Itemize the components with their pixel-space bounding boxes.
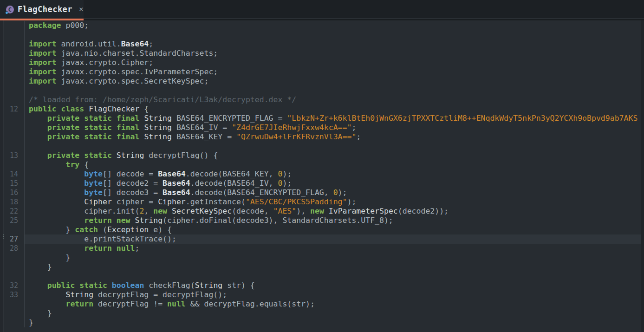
code-text[interactable]: return new String(cipher.doFinal(decode3…	[25, 216, 644, 225]
code-token: }	[29, 309, 52, 318]
code-token: return null	[84, 244, 135, 253]
code-text[interactable]: import javax.crypto.spec.IvParameterSpec…	[25, 67, 644, 77]
code-line[interactable]: 12public class FlagChecker {	[0, 104, 644, 114]
code-line[interactable]: import javax.crypto.spec.IvParameterSpec…	[0, 67, 644, 77]
code-editor: ⋮ package p000;import android.util.Base6…	[0, 20, 644, 332]
code-text[interactable]: Cipher cipher = Cipher.getInstance("AES/…	[25, 197, 644, 207]
code-text[interactable]: String decryptFlag = decryptFlag();	[25, 290, 644, 299]
code-token	[29, 151, 47, 160]
code-text[interactable]: private static final String BASE64_IV = …	[25, 123, 644, 132]
code-token	[29, 123, 47, 132]
code-line[interactable]: } catch (Exception e) {	[0, 225, 644, 234]
code-token: boolean	[112, 281, 144, 290]
code-token	[29, 290, 65, 299]
code-line[interactable]	[0, 86, 644, 95]
code-text[interactable]: /* loaded from: /home/zeph/Scaricati/L3a…	[25, 95, 644, 104]
code-token: String	[195, 281, 223, 290]
code-line[interactable]: import javax.crypto.Cipher;	[0, 58, 644, 67]
code-text[interactable]: import javax.crypto.Cipher;	[25, 58, 644, 67]
tab-flagchecker[interactable]: C FlagChecker ×	[0, 0, 84, 19]
code-line[interactable]: 32 public static boolean checkFlag(Strin…	[0, 281, 644, 290]
code-text[interactable]: import javax.crypto.spec.SecretKeySpec;	[25, 77, 644, 86]
code-token	[29, 216, 84, 225]
code-text[interactable]: return null;	[25, 244, 644, 253]
code-line[interactable]	[0, 142, 644, 151]
code-line[interactable]: 13 private static String decryptFlag() {	[0, 151, 644, 160]
code-line[interactable]: private static final String BASE64_ENCRY…	[0, 114, 644, 123]
code-line[interactable]: 18 Cipher cipher = Cipher.getInstance("A…	[0, 197, 644, 207]
code-token: "Z4drGE7JIeRhwjFxxw4kcA=="	[232, 123, 351, 132]
code-text[interactable]: e.printStackTrace();	[25, 234, 644, 244]
code-text[interactable]: private static final String BASE64_KEY =…	[25, 132, 644, 142]
code-text[interactable]: private static final String BASE64_ENCRY…	[25, 114, 644, 123]
code-token: String	[144, 132, 172, 141]
code-line[interactable]: }	[0, 318, 644, 327]
code-text[interactable]	[25, 272, 644, 281]
code-line[interactable]: try {	[0, 160, 644, 169]
code-line[interactable]: 16 byte[] decode3 = Base64.decode(BASE64…	[0, 188, 644, 197]
code-line[interactable]: 25 return new String(cipher.doFinal(deco…	[0, 216, 644, 225]
code-token: SecretKeySpec	[172, 207, 232, 215]
code-text[interactable]: private static String decryptFlag() {	[25, 151, 644, 160]
code-line[interactable]: package p000;	[0, 21, 644, 30]
code-text[interactable]: byte[] decode2 = Base64.decode(BASE64_IV…	[25, 179, 644, 188]
code-line[interactable]: 28 return null;	[0, 244, 644, 253]
code-text[interactable]: try {	[25, 160, 644, 169]
code-token	[29, 197, 84, 206]
code-token: e) {	[149, 225, 172, 234]
vertical-scrollbar[interactable]	[641, 20, 644, 332]
code-text[interactable]: byte[] decode3 = Base64.decode(BASE64_EN…	[25, 188, 644, 197]
code-token	[29, 132, 47, 141]
code-token: [] decode =	[103, 169, 158, 178]
code-text[interactable]: }	[25, 318, 644, 327]
code-text[interactable]: cipher.init(2, new SecretKeySpec(decode,…	[25, 207, 644, 216]
code-line[interactable]: 33 String decryptFlag = decryptFlag();	[0, 290, 644, 299]
code-token: );	[338, 188, 347, 197]
code-text[interactable]	[25, 86, 644, 95]
code-text[interactable]: }	[25, 309, 644, 318]
code-text[interactable]: import java.nio.charset.StandardCharsets…	[25, 49, 644, 58]
code-token: Cipher	[84, 197, 112, 206]
code-text[interactable]: public class FlagChecker {	[25, 104, 644, 114]
code-line[interactable]: }	[0, 262, 644, 272]
code-line[interactable]: return decryptFlag != null && decryptFla…	[0, 299, 644, 309]
code-line[interactable]: }	[0, 253, 644, 262]
code-token: (decode,	[232, 207, 273, 215]
tab-close-icon[interactable]: ×	[79, 6, 84, 13]
code-text[interactable]: return decryptFlag != null && decryptFla…	[25, 299, 644, 309]
code-line[interactable]: /* loaded from: /home/zeph/Scaricati/L3a…	[0, 95, 644, 104]
code-token: }	[29, 262, 52, 271]
code-line[interactable]: import javax.crypto.spec.SecretKeySpec;	[0, 77, 644, 86]
code-text[interactable]: byte[] decode = Base64.decode(BASE64_KEY…	[25, 169, 644, 179]
code-token: import	[29, 67, 57, 76]
code-token: javax.crypto.spec.IvParameterSpec;	[57, 67, 218, 76]
code-token: {	[139, 104, 149, 113]
code-line[interactable]	[0, 30, 644, 39]
code-line[interactable]: }	[0, 309, 644, 318]
code-line[interactable]: 27 e.printStackTrace();	[0, 234, 644, 244]
code-text[interactable]: }	[25, 253, 644, 262]
code-line[interactable]: 14 byte[] decode = Base64.decode(BASE64_…	[0, 169, 644, 179]
code-text[interactable]	[25, 30, 644, 39]
code-token: ;	[351, 123, 356, 132]
code-token: Base64	[163, 179, 190, 188]
code-text[interactable]: import android.util.Base64;	[25, 39, 644, 49]
code-token: Exception	[107, 225, 149, 234]
code-text[interactable]: public static boolean checkFlag(String s…	[25, 281, 644, 290]
code-text[interactable]: package p000;	[25, 21, 644, 30]
code-line[interactable]: 22 cipher.init(2, new SecretKeySpec(deco…	[0, 207, 644, 216]
code-token: "AES/CBC/PKCS5Padding"	[246, 197, 347, 206]
code-token: ;	[149, 39, 153, 48]
code-text[interactable]	[25, 142, 644, 151]
code-text[interactable]: } catch (Exception e) {	[25, 225, 644, 234]
code-line[interactable]: private static final String BASE64_KEY =…	[0, 132, 644, 142]
code-line[interactable]: 15 byte[] decode2 = Base64.decode(BASE64…	[0, 179, 644, 188]
code-text[interactable]: }	[25, 262, 644, 272]
code-token	[112, 151, 117, 160]
code-line[interactable]: import android.util.Base64;	[0, 39, 644, 49]
code-line[interactable]	[0, 272, 644, 281]
code-token: && decryptFlag.equals(str);	[186, 299, 315, 308]
code-line[interactable]: private static final String BASE64_IV = …	[0, 123, 644, 132]
code-token: javax.crypto.spec.SecretKeySpec;	[57, 77, 209, 85]
code-line[interactable]: import java.nio.charset.StandardCharsets…	[0, 49, 644, 58]
